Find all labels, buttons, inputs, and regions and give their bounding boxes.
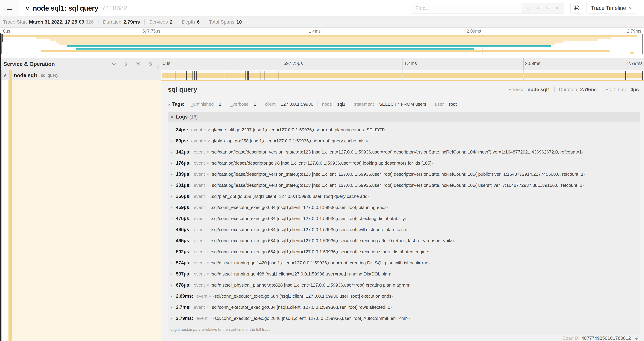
log-row[interactable]: ›176μs:event=‹sql/catalog/descs/descript… [168,158,640,169]
log-marker[interactable] [246,71,246,80]
tag-pill[interactable]: node=sql1 [318,101,350,107]
log-marker[interactable] [196,71,197,80]
log-row[interactable]: ›459μs:event=‹sql/conn_executor_exec.go:… [168,202,640,213]
log-marker[interactable] [241,71,241,80]
log-row[interactable]: ›34μs:event=‹sql/exec_util.go:2297 [nsql… [168,124,640,135]
log-row[interactable]: ›678μs:event=‹sql/distsql_physical_plann… [168,279,640,290]
log-row[interactable]: ›486μs:event=‹sql/conn_executor_exec.go:… [168,224,640,235]
trace-title-wrap[interactable]: ∨ node sql1: sql query 7418682 [25,4,128,12]
timeline-gridline [523,70,524,80]
log-marker[interactable] [176,71,176,80]
collapse-trace-icon[interactable]: ∨ [25,5,30,12]
expand-one-icon[interactable] [123,61,129,67]
collapse-all-icon[interactable] [136,61,141,67]
minimap-gap [0,54,644,58]
log-row[interactable]: ›502μs:event=‹sql/conn_executor_exec.go:… [168,246,640,257]
deep-link-icon[interactable] [634,336,639,341]
log-row[interactable]: ›80μs:event=‹sql/plan_opt.go:358 [nsql1,… [168,135,640,146]
log-row[interactable]: ›2.7ms:event=‹sql/conn_executor_exec.go:… [168,302,640,313]
logs-count: (18) [190,114,198,120]
span-collapse-icon[interactable]: ∨ [3,73,8,78]
log-marker[interactable] [192,71,192,80]
timeline-ruler: 0μs697.75μs1.4ms2.09ms2.79ms [161,58,644,70]
focus-target-icon[interactable] [526,6,532,11]
ruler-tick-label: 2.79ms [627,29,641,34]
log-marker[interactable] [186,71,186,80]
expand-all-icon[interactable] [148,61,153,67]
ruler-tick-label: 2.79ms [627,61,642,66]
log-row[interactable]: ›597μs:event=‹sql/distsql_running.go:498… [168,268,640,279]
minimap-ruler: 0μs697.75μs1.4ms2.09ms2.79ms [2,28,642,34]
log-marker[interactable] [244,71,244,80]
log-row[interactable]: ›201μs:event=‹sql/catalog/lease/descript… [168,180,640,191]
timeline-gridline [282,70,282,80]
summary-item: Duration2.79ms [103,19,140,25]
logs-footnote: Log timestamps are relative to the start… [168,324,640,335]
tag-pill[interactable]: user=root [430,101,461,107]
summary-separator [144,19,145,25]
tags-label: Tags: [172,102,184,107]
service-operation-title: Service & Operation [4,61,55,67]
tag-pill[interactable]: client=127.0.0.1:59936 [260,101,318,107]
logs-header[interactable]: ∨ Logs (18) [168,112,640,122]
minimap-scrubber-handle[interactable] [2,34,3,42]
detail-meta: Service:node sql1Duration:2.79msStart Ti… [508,87,639,92]
log-marker[interactable] [278,71,279,80]
span-color-stripe [9,70,12,80]
minimap-canvas[interactable] [2,34,642,54]
back-button[interactable]: ← [0,0,20,17]
log-row[interactable]: ›366μs:event=‹sql/plan_opt.go:358 [nsql1… [168,191,640,202]
log-marker[interactable] [194,71,195,80]
log-row[interactable]: ›2.69ms:event=‹sql/conn_executor_exec.go… [168,290,640,302]
log-row[interactable]: ›476μs:event=‹sql/conn_executor_exec.go:… [168,213,640,224]
log-marker[interactable] [248,71,248,80]
log-row[interactable]: ›495μs:event=‹sql/conn_executor_exec.go:… [168,235,640,246]
log-marker[interactable] [642,71,643,80]
column-resizer-handle[interactable]: ∥ [157,65,159,69]
detail-operation-title: sql query [168,86,197,93]
span-row-name-column[interactable]: ∨ node sql1 sql query [0,70,161,80]
log-row[interactable]: ›142μs:event=‹sql/catalog/lease/descript… [168,146,640,158]
clear-find-icon[interactable] [554,6,560,11]
log-marker[interactable] [247,71,248,80]
find-suffix-controls [522,3,564,13]
log-row[interactable]: ›189μs:event=‹sql/catalog/lease/descript… [168,169,640,180]
span-id-label: SpanID: [562,336,580,341]
find-input[interactable] [411,3,522,13]
view-options-button[interactable]: Trace Timeline ∨ [586,3,636,14]
log-row[interactable]: ›2.79ms:event=‹sql/conn_executor_exec.go… [168,313,640,324]
log-marker[interactable] [225,71,225,80]
log-marker[interactable] [260,71,261,80]
span-row[interactable]: ∨ node sql1 sql query [0,70,644,80]
ruler-tick-label: 1.4ms [404,61,417,66]
collapse-one-icon[interactable] [111,61,117,67]
log-marker[interactable] [627,71,627,80]
log-row[interactable]: ›574μs:event=‹sql/distsql_running.go:142… [168,257,640,268]
minimap-span-bar [50,39,598,41]
tags-expand-icon[interactable]: › [168,102,170,107]
meta-separator [554,87,555,92]
log-marker[interactable] [625,71,626,80]
logs-title: Logs [176,114,188,120]
minimap-span-bar [56,41,564,43]
span-operation-name: sql query [41,73,58,78]
span-duration-bar[interactable] [162,73,642,78]
next-match-icon[interactable] [545,6,550,11]
span-row-timeline[interactable] [161,70,644,80]
detail-left-column [0,80,161,341]
prev-match-icon[interactable] [536,6,541,11]
span-id-value: 4877749850101760812 [582,336,631,341]
keyboard-shortcuts-button[interactable]: ⌘ [570,3,582,14]
tags-row[interactable]: › Tags: _unfinished=1_verbose=1client=12… [161,97,644,110]
summary-item: Services2 [149,19,172,25]
minimap-span-bar [76,48,474,50]
log-marker[interactable] [264,71,265,80]
log-marker[interactable] [168,71,168,80]
ruler-tick-label: 0μs [3,29,10,34]
logs-collapse-icon[interactable]: ∨ [170,114,174,120]
tag-pill[interactable]: _unfinished=1 [186,101,226,107]
tag-pill[interactable]: _verbose=1 [226,101,260,107]
detail-header: sql query Service:node sql1Duration:2.79… [161,81,644,97]
chevron-down-icon: ∨ [629,6,632,11]
tag-pill[interactable]: statement=SELECT * FROM users [350,101,430,107]
